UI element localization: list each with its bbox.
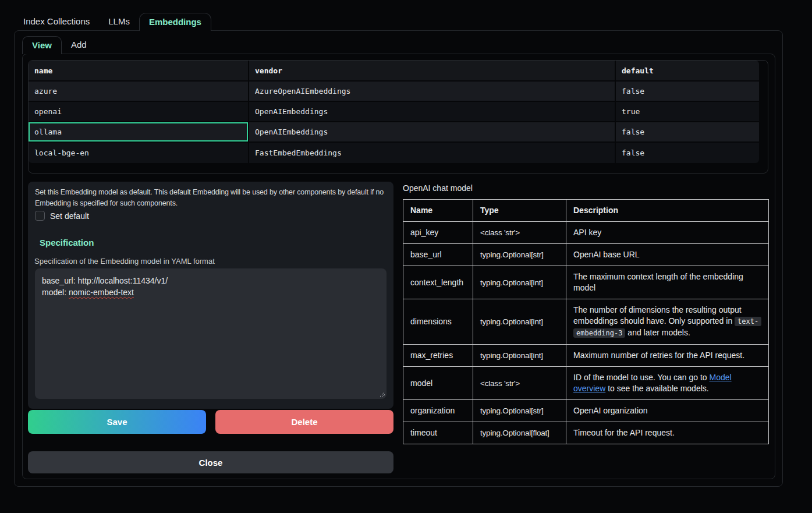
param-description: Maximum number of retries for the API re… <box>566 345 769 367</box>
param-description: OpenAI organization <box>566 400 769 422</box>
yaml-line: model: nomic-embed-text <box>42 287 380 299</box>
embeddings-table-row: local-bge-enFastEmbedEmbeddingsfalse <box>29 143 759 163</box>
set-default-checkbox-row[interactable]: Set default <box>35 211 89 221</box>
param-name: model <box>403 367 473 400</box>
description-text: Timeout for the API request. <box>573 428 675 437</box>
param-type: typing.Optional[int] <box>473 266 566 299</box>
description-text: ID of the model to use. You can go to <box>573 373 710 382</box>
param-name: context_length <box>403 266 473 299</box>
param-row: context_lengthtyping.Optional[int]The ma… <box>403 266 769 299</box>
tab-embeddings[interactable]: Embeddings <box>139 13 211 31</box>
tab-llms[interactable]: LLMs <box>99 13 139 31</box>
column-header-vendor[interactable]: vendor <box>249 61 616 82</box>
param-type: typing.Optional[float] <box>473 422 566 444</box>
param-description: API key <box>566 222 769 244</box>
param-header-description: Description <box>566 200 769 222</box>
param-name: max_retries <box>403 345 473 367</box>
main-tab-bar: Index Collections LLMs Embeddings <box>14 13 211 31</box>
cell-vendor[interactable]: OpenAIEmbeddings <box>249 102 616 122</box>
embeddings-table-header-row: name vendor default <box>29 61 759 82</box>
param-name: organization <box>403 400 473 422</box>
param-type: typing.Optional[str] <box>473 400 566 422</box>
cell-name[interactable]: local-bge-en <box>29 143 249 163</box>
description-text: API key <box>573 228 601 237</box>
cell-default[interactable]: true <box>616 102 759 122</box>
embeddings-table-row: openaiOpenAIEmbeddingstrue <box>29 102 759 122</box>
param-row: organizationtyping.Optional[str]OpenAI o… <box>403 400 769 422</box>
cell-default[interactable]: false <box>616 82 759 102</box>
cell-name[interactable]: azure <box>29 82 249 102</box>
model-info-table: Name Type Description api_key<class 'str… <box>403 199 769 444</box>
delete-button[interactable]: Delete <box>215 410 393 434</box>
tab-view[interactable]: View <box>22 36 62 54</box>
cell-default[interactable]: false <box>616 143 759 163</box>
description-text: The number of dimensions the resulting o… <box>573 305 742 326</box>
default-description: Set this Embedding model as default. Thi… <box>35 187 392 209</box>
description-text: OpenAI base URL <box>573 250 640 259</box>
set-default-label: Set default <box>50 211 89 221</box>
param-header-type: Type <box>473 200 566 222</box>
column-header-default[interactable]: default <box>616 61 759 82</box>
column-header-name[interactable]: name <box>29 61 249 82</box>
sub-tab-bar: View Add <box>22 36 96 54</box>
set-default-checkbox[interactable] <box>35 211 45 221</box>
specification-caption: Specification of the Embedding model in … <box>34 257 215 266</box>
param-description: Timeout for the API request. <box>566 422 769 444</box>
model-info-title: OpenAI chat model <box>403 183 473 193</box>
model-info-table-body: api_key<class 'str'>API keybase_urltypin… <box>403 222 769 444</box>
embeddings-table-body: azureAzureOpenAIEmbeddingsfalseopenaiOpe… <box>29 82 759 163</box>
cell-name[interactable]: ollama <box>29 122 249 143</box>
default-settings-card: Set this Embedding model as default. Thi… <box>28 182 393 409</box>
param-type: typing.Optional[int] <box>473 299 566 345</box>
embeddings-table-row: azureAzureOpenAIEmbeddingsfalse <box>29 82 759 102</box>
description-text: to see the available models. <box>605 384 708 393</box>
description-text: and later models. <box>625 328 690 337</box>
param-row: max_retriestyping.Optional[int]Maximum n… <box>403 345 769 367</box>
cell-vendor[interactable]: AzureOpenAIEmbeddings <box>249 82 616 102</box>
cell-vendor[interactable]: OpenAIEmbeddings <box>249 122 616 143</box>
yaml-text: base_url: http://localhost:11434/v1/ <box>42 276 168 285</box>
param-description: The number of dimensions the resulting o… <box>566 299 769 345</box>
description-text: The maximum context length of the embedd… <box>573 272 743 292</box>
yaml-text: model: <box>42 288 69 297</box>
cell-name[interactable]: openai <box>29 102 249 122</box>
param-name: api_key <box>403 222 473 244</box>
action-button-row: Save Delete <box>28 410 393 434</box>
param-header-name: Name <box>403 200 473 222</box>
param-name: base_url <box>403 244 473 266</box>
param-name: timeout <box>403 422 473 444</box>
param-row: api_key<class 'str'>API key <box>403 222 769 244</box>
yaml-line: base_url: http://localhost:11434/v1/ <box>42 275 380 287</box>
param-name: dimensions <box>403 299 473 345</box>
param-row: timeouttyping.Optional[float]Timeout for… <box>403 422 769 444</box>
save-button[interactable]: Save <box>28 410 206 434</box>
specification-heading: Specification <box>40 238 94 247</box>
misspelled-word: nomic-embed-text <box>69 288 134 297</box>
description-text: Maximum number of retries for the API re… <box>573 351 744 360</box>
cell-default[interactable]: false <box>616 122 759 143</box>
yaml-editor[interactable]: base_url: http://localhost:11434/v1/mode… <box>35 268 387 399</box>
cell-vendor[interactable]: FastEmbedEmbeddings <box>249 143 616 163</box>
param-type: <class 'str'> <box>473 222 566 244</box>
param-description: OpenAI base URL <box>566 244 769 266</box>
embeddings-table-row: ollamaOpenAIEmbeddingsfalse <box>29 122 759 143</box>
param-row: model<class 'str'>ID of the model to use… <box>403 367 769 400</box>
model-info-header-row: Name Type Description <box>403 200 769 222</box>
param-type: <class 'str'> <box>473 367 566 400</box>
tab-index-collections[interactable]: Index Collections <box>14 13 99 31</box>
param-row: base_urltyping.Optional[str]OpenAI base … <box>403 244 769 266</box>
close-button[interactable]: Close <box>28 451 393 473</box>
tab-add[interactable]: Add <box>62 36 96 54</box>
description-text: OpenAI organization <box>573 406 648 415</box>
embeddings-table: name vendor default azureAzureOpenAIEmbe… <box>29 61 759 163</box>
param-row: dimensionstyping.Optional[int]The number… <box>403 299 769 345</box>
param-description: The maximum context length of the embedd… <box>566 266 769 299</box>
param-type: typing.Optional[int] <box>473 345 566 367</box>
param-description: ID of the model to use. You can go to Mo… <box>566 367 769 400</box>
param-type: typing.Optional[str] <box>473 244 566 266</box>
